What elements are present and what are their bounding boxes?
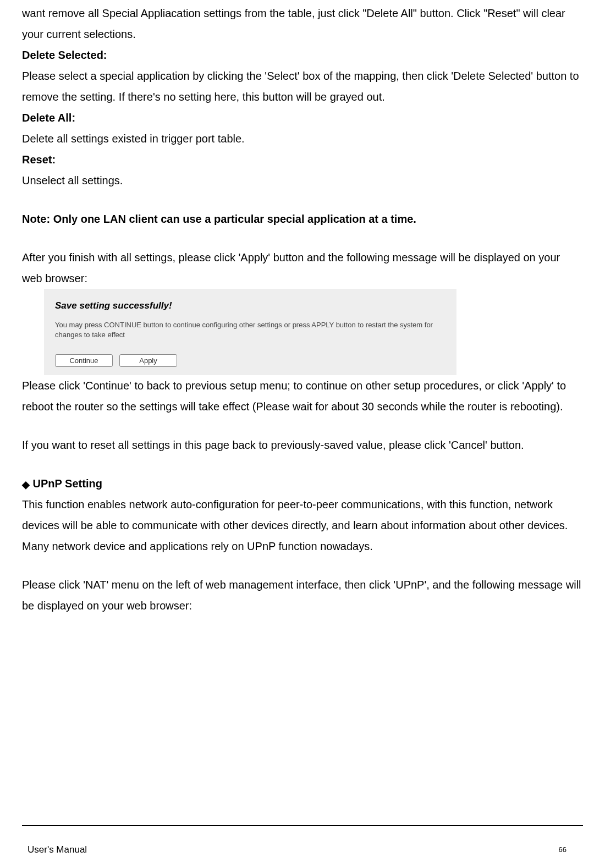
reset-label: Reset: bbox=[22, 149, 583, 170]
cancel-text: If you want to reset all settings in thi… bbox=[22, 435, 583, 455]
upnp-heading: ◆ UPnP Setting bbox=[22, 473, 583, 494]
intro-paragraph: want remove all Special Appliacation set… bbox=[22, 3, 583, 45]
dialog-title: Save setting successfully! bbox=[55, 297, 446, 315]
apply-button[interactable]: Apply bbox=[119, 354, 177, 367]
continue-text: Please click 'Continue' to back to previ… bbox=[22, 375, 583, 417]
page-footer: User's Manual 66 bbox=[22, 834, 583, 867]
delete-all-label: Delete All: bbox=[22, 107, 583, 128]
dialog-text: You may press CONTINUE button to continu… bbox=[55, 320, 446, 340]
delete-selected-label: Delete Selected: bbox=[22, 45, 583, 65]
after-finish-text: After you finish with all settings, plea… bbox=[22, 247, 583, 289]
delete-all-text: Delete all settings existed in trigger p… bbox=[22, 128, 583, 149]
note-text: Note: Only one LAN client can use a part… bbox=[22, 208, 583, 229]
footer-divider bbox=[22, 825, 583, 826]
delete-selected-text: Please select a special application by c… bbox=[22, 65, 583, 107]
save-success-dialog: Save setting successfully! You may press… bbox=[44, 289, 457, 375]
upnp-nav-text: Please click 'NAT' menu on the left of w… bbox=[22, 574, 583, 616]
continue-button[interactable]: Continue bbox=[55, 354, 113, 367]
page-number: 66 bbox=[559, 843, 566, 857]
footer-title: User's Manual bbox=[28, 841, 87, 859]
upnp-heading-label: UPnP Setting bbox=[33, 477, 102, 490]
reset-text: Unselect all settings. bbox=[22, 170, 583, 191]
diamond-icon: ◆ bbox=[22, 479, 30, 490]
upnp-text: This function enables network auto-confi… bbox=[22, 494, 583, 557]
